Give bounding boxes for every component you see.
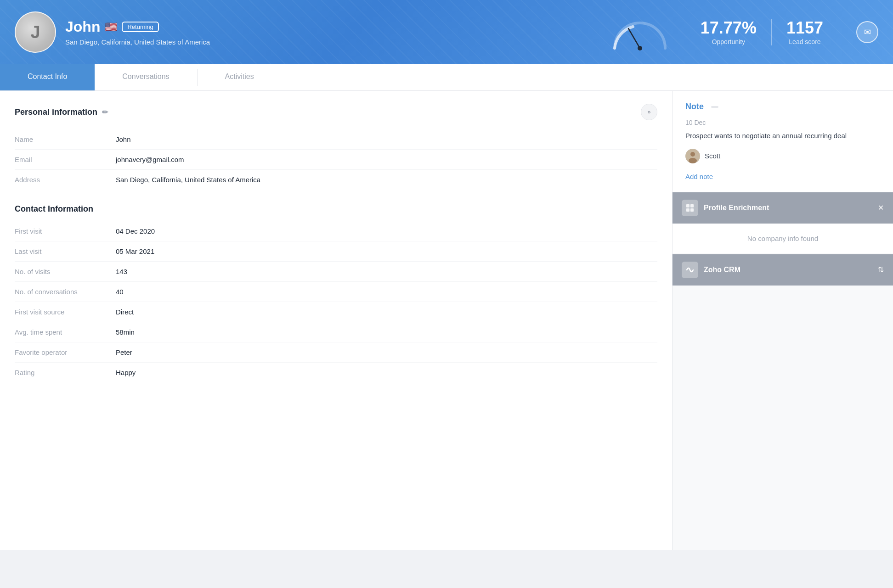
opportunity-label: Opportunity (701, 38, 757, 45)
zoho-icon (682, 262, 698, 278)
header-name-row: John 🇺🇸 Returning (65, 18, 594, 35)
gauge-container (603, 14, 677, 50)
enrichment-header[interactable]: Profile Enrichment ✕ (673, 192, 893, 224)
field-label: Favorite operator (15, 342, 116, 363)
header-location: San Diego, California, United States of … (65, 38, 594, 46)
enrichment-title-row: Profile Enrichment (682, 200, 769, 216)
avatar: J (15, 11, 56, 53)
tab-conversations[interactable]: Conversations (95, 64, 197, 90)
table-row: First visit source Direct (15, 302, 657, 322)
tabs-bar: Contact Info Conversations Activities (0, 64, 893, 91)
expand-button[interactable]: » (641, 104, 657, 120)
field-label: First visit source (15, 302, 116, 322)
add-note-button[interactable]: Add note (685, 173, 713, 180)
note-title: Note (685, 102, 704, 112)
field-label: Rating (15, 363, 116, 383)
svg-line-1 (628, 28, 640, 48)
field-label: No. of conversations (15, 282, 116, 302)
field-label: Name (15, 129, 116, 150)
zoho-expand-icon[interactable]: ⇅ (878, 265, 884, 274)
contact-info-title: Contact Information (15, 204, 657, 214)
zoho-crm-section: Zoho CRM ⇅ (673, 254, 893, 286)
contact-info-table: First visit 04 Dec 2020 Last visit 05 Ma… (15, 221, 657, 382)
avatar-letter: J (16, 12, 55, 52)
field-label: Address (15, 170, 116, 190)
author-name: Scott (705, 152, 720, 160)
lead-score-value: 1157 (786, 19, 823, 37)
note-header: Note (685, 102, 880, 112)
table-row: Rating Happy (15, 363, 657, 383)
enrichment-toggle-icon[interactable]: ✕ (878, 203, 884, 212)
table-row: First visit 04 Dec 2020 (15, 221, 657, 241)
edit-icon[interactable]: ✏ (102, 108, 108, 117)
personal-info-table: Name John Email johnavery@gmail.com Addr… (15, 129, 657, 190)
field-value: johnavery@gmail.com (116, 150, 657, 170)
svg-rect-5 (686, 204, 690, 207)
right-panel: Note 10 Dec Prospect wants to negotiate … (673, 91, 893, 550)
zoho-title-row: Zoho CRM (682, 262, 740, 278)
field-value: 143 (116, 262, 657, 282)
opportunity-stat: 17.77% Opportunity (686, 19, 771, 45)
no-company-text: No company info found (747, 235, 818, 242)
table-row: Name John (15, 129, 657, 150)
field-label: Email (15, 150, 116, 170)
svg-point-4 (689, 158, 697, 163)
field-value: 40 (116, 282, 657, 302)
note-section: Note 10 Dec Prospect wants to negotiate … (673, 91, 893, 192)
field-label: Avg. time spent (15, 322, 116, 342)
table-row: No. of conversations 40 (15, 282, 657, 302)
table-row: Email johnavery@gmail.com (15, 150, 657, 170)
lead-score-label: Lead score (786, 38, 823, 45)
table-row: No. of visits 143 (15, 262, 657, 282)
lead-score-stat: 1157 Lead score (771, 19, 838, 45)
author-avatar-svg (685, 149, 700, 163)
enrichment-title: Profile Enrichment (704, 204, 769, 212)
email-icon: ✉ (864, 27, 871, 37)
field-value: Happy (116, 363, 657, 383)
table-row: Last visit 05 Mar 2021 (15, 241, 657, 262)
svg-rect-8 (690, 208, 694, 212)
tab-activities[interactable]: Activities (198, 64, 282, 90)
personal-info-title: Personal information ✏ (15, 107, 108, 117)
field-label: First visit (15, 221, 116, 241)
field-value: San Diego, California, United States of … (116, 170, 657, 190)
svg-rect-6 (690, 204, 694, 207)
note-text: Prospect wants to negotiate an annual re… (685, 131, 880, 141)
opportunity-value: 17.77% (701, 19, 757, 37)
contact-info-section: Contact Information First visit 04 Dec 2… (15, 204, 657, 382)
zoho-header[interactable]: Zoho CRM ⇅ (673, 254, 893, 286)
left-panel: Personal information ✏ » Name John Email… (0, 91, 673, 550)
field-value: 58min (116, 322, 657, 342)
main-content: Personal information ✏ » Name John Email… (0, 91, 893, 550)
enrichment-icon (682, 200, 698, 216)
header-stats: 17.77% Opportunity 1157 Lead score (686, 19, 838, 45)
note-tag (711, 106, 718, 108)
note-date: 10 Dec (685, 119, 880, 126)
returning-badge: Returning (122, 22, 158, 32)
header-name: John (65, 18, 100, 35)
field-value: 04 Dec 2020 (116, 221, 657, 241)
svg-point-3 (690, 152, 695, 157)
table-row: Avg. time spent 58min (15, 322, 657, 342)
header-info: John 🇺🇸 Returning San Diego, California,… (65, 18, 594, 46)
zoho-title: Zoho CRM (704, 266, 740, 274)
tab-contact-info[interactable]: Contact Info (0, 64, 95, 90)
svg-rect-7 (686, 208, 690, 212)
field-value: 05 Mar 2021 (116, 241, 657, 262)
profile-enrichment-section: Profile Enrichment ✕ No company info fou… (673, 192, 893, 253)
email-button[interactable]: ✉ (856, 21, 878, 43)
note-author: Scott (685, 149, 880, 163)
field-value: Direct (116, 302, 657, 322)
field-label: Last visit (15, 241, 116, 262)
header: J John 🇺🇸 Returning San Diego, Californi… (0, 0, 893, 64)
table-row: Address San Diego, California, United St… (15, 170, 657, 190)
enrichment-body: No company info found (673, 224, 893, 253)
table-row: Favorite operator Peter (15, 342, 657, 363)
field-value: John (116, 129, 657, 150)
field-value: Peter (116, 342, 657, 363)
field-label: No. of visits (15, 262, 116, 282)
personal-info-header: Personal information ✏ » (15, 104, 657, 120)
flag-icon: 🇺🇸 (105, 21, 117, 33)
gauge-svg (608, 14, 672, 50)
author-avatar (685, 149, 700, 163)
